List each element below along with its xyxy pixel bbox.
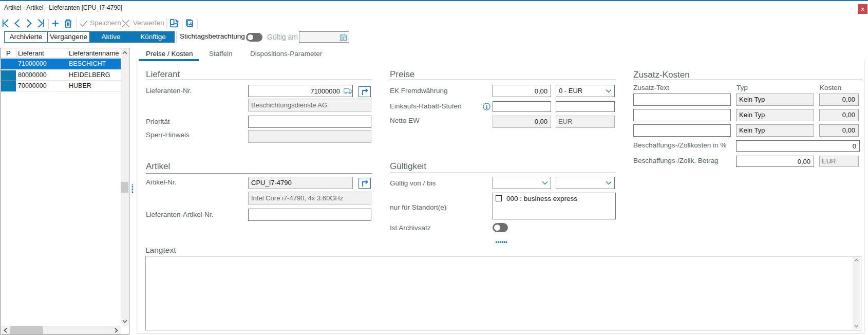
svg-text:i: i [486,104,487,110]
